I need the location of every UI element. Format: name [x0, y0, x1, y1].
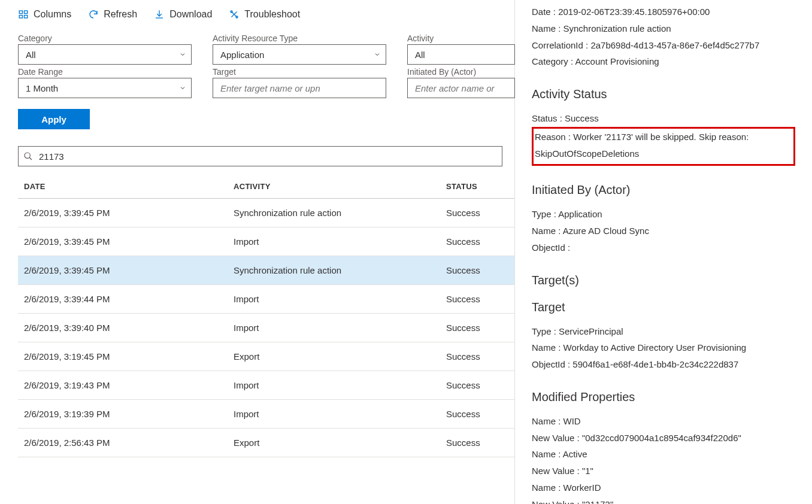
cell-activity: Import	[228, 227, 440, 256]
table-row[interactable]: 2/6/2019, 3:39:40 PMImportSuccess	[18, 314, 514, 342]
refresh-icon	[88, 9, 99, 20]
apply-button[interactable]: Apply	[18, 109, 90, 129]
refresh-button[interactable]: Refresh	[88, 9, 137, 20]
activity-status-reason: Reason : Worker '21173' will be skipped.…	[532, 127, 795, 166]
cell-date: 2/6/2019, 3:39:40 PM	[18, 314, 228, 342]
cell-status: Success	[440, 227, 514, 256]
table-row[interactable]: 2/6/2019, 3:19:39 PMImportSuccess	[18, 400, 514, 429]
columns-icon	[18, 9, 29, 20]
activity-resource-type-select[interactable]: Application	[213, 44, 386, 65]
table-row[interactable]: 2/6/2019, 3:39:44 PMImportSuccess	[18, 285, 514, 314]
cell-date: 2/6/2019, 3:39:44 PM	[18, 285, 228, 314]
cell-activity: Export	[228, 342, 440, 371]
svg-point-6	[25, 153, 30, 158]
svg-line-7	[29, 157, 32, 160]
col-status[interactable]: STATUS	[440, 175, 514, 199]
modified-properties-heading: Modified Properties	[532, 386, 795, 408]
activity-status-status: Status : Success	[532, 110, 795, 127]
initiated-by-heading: Initiated By (Actor)	[532, 179, 795, 201]
svg-rect-1	[25, 11, 28, 14]
target-label: Target	[213, 67, 386, 77]
cell-status: Success	[440, 314, 514, 342]
detail-header-line: Date : 2019-02-06T23:39:45.1805976+00:00	[532, 4, 795, 20]
category-select[interactable]: All	[18, 44, 192, 65]
search-input[interactable]: 21173	[18, 146, 502, 166]
detail-header-line: Category : Account Provisioning	[532, 53, 795, 70]
activity-value: All	[415, 50, 425, 60]
svg-rect-0	[19, 11, 22, 14]
cell-date: 2/6/2019, 3:19:39 PM	[18, 400, 228, 429]
cell-date: 2/6/2019, 3:39:45 PM	[18, 199, 228, 227]
troubleshoot-icon	[229, 9, 240, 20]
category-label: Category	[18, 34, 192, 43]
columns-button[interactable]: Columns	[18, 9, 71, 20]
table-row[interactable]: 2/6/2019, 3:39:45 PMSynchronization rule…	[18, 256, 514, 285]
cell-status: Success	[440, 371, 514, 400]
cell-status: Success	[440, 256, 514, 285]
col-activity[interactable]: ACTIVITY	[228, 175, 440, 199]
cell-status: Success	[440, 285, 514, 314]
modified-property-line: New Value : "1"	[532, 463, 795, 479]
svg-rect-2	[19, 16, 22, 19]
table-row[interactable]: 2/6/2019, 3:39:45 PMImportSuccess	[18, 227, 514, 256]
columns-label: Columns	[34, 9, 71, 20]
chevron-down-icon	[179, 51, 186, 58]
target-input[interactable]	[213, 78, 386, 98]
troubleshoot-button[interactable]: Troubleshoot	[229, 9, 300, 20]
initiated-by-input[interactable]	[407, 78, 515, 98]
activity-resource-type-value: Application	[220, 50, 264, 60]
chevron-down-icon	[179, 84, 186, 92]
target-line: ObjectId : 5904f6a1-e68f-4de1-bb4b-2c34c…	[532, 356, 795, 373]
cell-status: Success	[440, 400, 514, 429]
initiated-by-label: Initiated By (Actor)	[407, 67, 515, 77]
cell-activity: Synchronization rule action	[228, 199, 440, 227]
activity-select[interactable]: All	[407, 44, 515, 65]
targets-heading: Target(s)	[532, 269, 795, 292]
target-subheading: Target	[532, 296, 795, 318]
cell-status: Success	[440, 429, 514, 457]
search-value: 21173	[39, 151, 64, 162]
activity-status-heading: Activity Status	[532, 83, 795, 105]
col-date[interactable]: DATE	[18, 175, 228, 199]
cell-activity: Import	[228, 400, 440, 429]
modified-property-line: Name : WorkerID	[532, 479, 795, 496]
details-panel: Date : 2019-02-06T23:39:45.1805976+00:00…	[515, 0, 812, 504]
modified-property-line: Name : Active	[532, 446, 795, 463]
date-range-select[interactable]: 1 Month	[18, 78, 192, 98]
activity-resource-type-label: Activity Resource Type	[213, 34, 386, 43]
category-value: All	[26, 50, 36, 60]
initiated-by-line: Name : Azure AD Cloud Sync	[532, 223, 795, 239]
cell-date: 2/6/2019, 3:39:45 PM	[18, 256, 228, 285]
detail-header-line: CorrelationId : 2a7b698d-4d13-457a-86e7-…	[532, 37, 795, 54]
toolbar: Columns Refresh Download Troubleshoot	[6, 6, 514, 29]
cell-activity: Synchronization rule action	[228, 256, 440, 285]
svg-rect-3	[25, 16, 28, 19]
table-row[interactable]: 2/6/2019, 3:19:45 PMExportSuccess	[18, 342, 514, 371]
cell-date: 2/6/2019, 3:19:43 PM	[18, 371, 228, 400]
cell-activity: Export	[228, 429, 440, 457]
filters-grid: Category All Activity Resource Type Appl…	[6, 29, 514, 98]
activity-label: Activity	[407, 34, 515, 43]
initiated-by-line: ObjectId :	[532, 239, 795, 256]
date-range-label: Date Range	[18, 67, 192, 77]
search-icon	[23, 151, 33, 161]
table-row[interactable]: 2/6/2019, 3:19:43 PMImportSuccess	[18, 371, 514, 400]
audit-log-table: DATE ACTIVITY STATUS 2/6/2019, 3:39:45 P…	[18, 175, 514, 457]
cell-status: Success	[440, 199, 514, 227]
date-range-value: 1 Month	[26, 83, 58, 93]
cell-activity: Import	[228, 314, 440, 342]
table-row[interactable]: 2/6/2019, 2:56:43 PMExportSuccess	[18, 429, 514, 457]
initiated-by-line: Type : Application	[532, 206, 795, 223]
target-line: Type : ServicePrincipal	[532, 323, 795, 340]
cell-date: 2/6/2019, 3:19:45 PM	[18, 342, 228, 371]
cell-date: 2/6/2019, 2:56:43 PM	[18, 429, 228, 457]
cell-activity: Import	[228, 371, 440, 400]
table-row[interactable]: 2/6/2019, 3:39:45 PMSynchronization rule…	[18, 199, 514, 227]
cell-date: 2/6/2019, 3:39:45 PM	[18, 227, 228, 256]
download-label: Download	[169, 9, 212, 20]
target-line: Name : Workday to Active Directory User …	[532, 339, 795, 356]
download-icon	[154, 9, 165, 20]
modified-property-line: New Value : "21173"	[532, 496, 795, 505]
chevron-down-icon	[374, 51, 381, 58]
download-button[interactable]: Download	[154, 9, 212, 20]
